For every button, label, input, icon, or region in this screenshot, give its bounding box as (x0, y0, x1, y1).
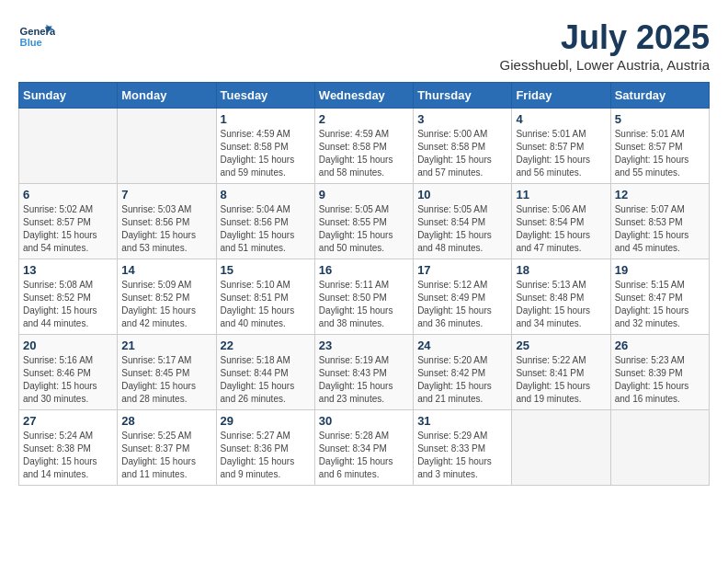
cell-content: Sunrise: 5:01 AMSunset: 8:57 PMDaylight:… (516, 128, 606, 179)
cell-content: Sunrise: 5:07 AMSunset: 8:53 PMDaylight:… (615, 203, 705, 255)
day-number: 27 (23, 414, 113, 428)
calendar-cell: 31Sunrise: 5:29 AMSunset: 8:33 PMDayligh… (414, 410, 512, 486)
calendar-cell: 28Sunrise: 5:25 AMSunset: 8:37 PMDayligh… (118, 410, 216, 486)
calendar-cell: 24Sunrise: 5:20 AMSunset: 8:42 PMDayligh… (414, 335, 512, 410)
day-number: 22 (221, 339, 311, 352)
day-number: 10 (417, 188, 507, 201)
location-title: Giesshuebl, Lower Austria, Austria (500, 57, 710, 73)
cell-content: Sunrise: 5:17 AMSunset: 8:45 PMDaylight:… (121, 354, 211, 406)
cell-content: Sunrise: 5:18 AMSunset: 8:44 PMDaylight:… (221, 354, 311, 406)
day-number: 31 (417, 414, 507, 428)
calendar-cell: 10Sunrise: 5:05 AMSunset: 8:54 PMDayligh… (414, 184, 512, 259)
weekday-header-tuesday: Tuesday (216, 83, 314, 109)
day-number: 26 (615, 339, 705, 352)
weekday-header-saturday: Saturday (610, 83, 709, 109)
calendar-cell: 13Sunrise: 5:08 AMSunset: 8:52 PMDayligh… (19, 259, 118, 335)
calendar-cell: 23Sunrise: 5:19 AMSunset: 8:43 PMDayligh… (314, 335, 413, 410)
weekday-header-row: SundayMondayTuesdayWednesdayThursdayFrid… (19, 83, 710, 109)
calendar-cell: 18Sunrise: 5:13 AMSunset: 8:48 PMDayligh… (512, 259, 610, 335)
cell-content: Sunrise: 5:19 AMSunset: 8:43 PMDaylight:… (319, 354, 409, 406)
calendar-week-2: 6Sunrise: 5:02 AMSunset: 8:57 PMDaylight… (19, 184, 710, 259)
calendar-cell: 12Sunrise: 5:07 AMSunset: 8:53 PMDayligh… (610, 184, 709, 259)
cell-content: Sunrise: 5:00 AMSunset: 8:58 PMDaylight:… (417, 128, 507, 179)
calendar-cell: 7Sunrise: 5:03 AMSunset: 8:56 PMDaylight… (118, 184, 216, 259)
calendar-cell: 25Sunrise: 5:22 AMSunset: 8:41 PMDayligh… (512, 335, 610, 410)
calendar-week-1: 1Sunrise: 4:59 AMSunset: 8:58 PMDaylight… (19, 109, 710, 184)
calendar-cell: 1Sunrise: 4:59 AMSunset: 8:58 PMDaylight… (216, 109, 314, 184)
cell-content: Sunrise: 5:13 AMSunset: 8:48 PMDaylight:… (516, 279, 606, 330)
calendar-cell: 2Sunrise: 4:59 AMSunset: 8:58 PMDaylight… (314, 109, 413, 184)
day-number: 18 (516, 263, 606, 277)
calendar-cell: 30Sunrise: 5:28 AMSunset: 8:34 PMDayligh… (314, 410, 413, 486)
day-number: 14 (121, 263, 211, 277)
calendar-cell (19, 109, 118, 184)
day-number: 20 (23, 339, 113, 352)
day-number: 11 (516, 188, 606, 201)
calendar-cell: 16Sunrise: 5:11 AMSunset: 8:50 PMDayligh… (314, 259, 413, 335)
weekday-header-friday: Friday (512, 83, 610, 109)
day-number: 24 (417, 339, 507, 352)
cell-content: Sunrise: 5:12 AMSunset: 8:49 PMDaylight:… (417, 279, 507, 330)
day-number: 21 (121, 339, 211, 352)
cell-content: Sunrise: 5:11 AMSunset: 8:50 PMDaylight:… (319, 279, 409, 330)
calendar-cell: 26Sunrise: 5:23 AMSunset: 8:39 PMDayligh… (610, 335, 709, 410)
cell-content: Sunrise: 5:04 AMSunset: 8:56 PMDaylight:… (221, 203, 311, 255)
calendar-cell: 15Sunrise: 5:10 AMSunset: 8:51 PMDayligh… (216, 259, 314, 335)
calendar-cell: 4Sunrise: 5:01 AMSunset: 8:57 PMDaylight… (512, 109, 610, 184)
day-number: 8 (221, 188, 311, 201)
calendar-cell: 21Sunrise: 5:17 AMSunset: 8:45 PMDayligh… (118, 335, 216, 410)
svg-text:Blue: Blue (20, 37, 42, 48)
calendar-week-5: 27Sunrise: 5:24 AMSunset: 8:38 PMDayligh… (19, 410, 710, 486)
day-number: 17 (417, 263, 507, 277)
cell-content: Sunrise: 5:01 AMSunset: 8:57 PMDaylight:… (615, 128, 705, 179)
day-number: 9 (319, 188, 409, 201)
calendar-cell (118, 109, 216, 184)
cell-content: Sunrise: 5:24 AMSunset: 8:38 PMDaylight:… (23, 430, 113, 481)
logo: General Blue (18, 18, 55, 55)
calendar-cell (610, 410, 709, 486)
day-number: 12 (615, 188, 705, 201)
title-section: July 2025 Giesshuebl, Lower Austria, Aus… (500, 18, 710, 73)
calendar-week-3: 13Sunrise: 5:08 AMSunset: 8:52 PMDayligh… (19, 259, 710, 335)
day-number: 1 (221, 112, 311, 126)
cell-content: Sunrise: 5:03 AMSunset: 8:56 PMDaylight:… (121, 203, 211, 255)
day-number: 30 (319, 414, 409, 428)
month-title: July 2025 (500, 18, 710, 57)
day-number: 7 (121, 188, 211, 201)
day-number: 5 (615, 112, 705, 126)
logo-icon: General Blue (18, 18, 55, 55)
day-number: 19 (615, 263, 705, 277)
weekday-header-thursday: Thursday (414, 83, 512, 109)
cell-content: Sunrise: 5:20 AMSunset: 8:42 PMDaylight:… (417, 354, 507, 406)
cell-content: Sunrise: 5:06 AMSunset: 8:54 PMDaylight:… (516, 203, 606, 255)
cell-content: Sunrise: 5:29 AMSunset: 8:33 PMDaylight:… (417, 430, 507, 481)
calendar-table: SundayMondayTuesdayWednesdayThursdayFrid… (18, 82, 710, 486)
calendar-cell: 5Sunrise: 5:01 AMSunset: 8:57 PMDaylight… (610, 109, 709, 184)
weekday-header-wednesday: Wednesday (314, 83, 413, 109)
cell-content: Sunrise: 4:59 AMSunset: 8:58 PMDaylight:… (319, 128, 409, 179)
calendar-cell (512, 410, 610, 486)
day-number: 3 (417, 112, 507, 126)
calendar-cell: 6Sunrise: 5:02 AMSunset: 8:57 PMDaylight… (19, 184, 118, 259)
calendar-cell: 27Sunrise: 5:24 AMSunset: 8:38 PMDayligh… (19, 410, 118, 486)
weekday-header-sunday: Sunday (19, 83, 118, 109)
calendar-week-4: 20Sunrise: 5:16 AMSunset: 8:46 PMDayligh… (19, 335, 710, 410)
day-number: 13 (23, 263, 113, 277)
day-number: 2 (319, 112, 409, 126)
calendar-cell: 3Sunrise: 5:00 AMSunset: 8:58 PMDaylight… (414, 109, 512, 184)
day-number: 28 (121, 414, 211, 428)
cell-content: Sunrise: 5:10 AMSunset: 8:51 PMDaylight:… (221, 279, 311, 330)
calendar-cell: 17Sunrise: 5:12 AMSunset: 8:49 PMDayligh… (414, 259, 512, 335)
cell-content: Sunrise: 5:25 AMSunset: 8:37 PMDaylight:… (121, 430, 211, 481)
calendar-cell: 11Sunrise: 5:06 AMSunset: 8:54 PMDayligh… (512, 184, 610, 259)
cell-content: Sunrise: 5:28 AMSunset: 8:34 PMDaylight:… (319, 430, 409, 481)
day-number: 16 (319, 263, 409, 277)
calendar-cell: 14Sunrise: 5:09 AMSunset: 8:52 PMDayligh… (118, 259, 216, 335)
day-number: 25 (516, 339, 606, 352)
calendar-cell: 19Sunrise: 5:15 AMSunset: 8:47 PMDayligh… (610, 259, 709, 335)
day-number: 29 (221, 414, 311, 428)
weekday-header-monday: Monday (118, 83, 216, 109)
calendar-cell: 29Sunrise: 5:27 AMSunset: 8:36 PMDayligh… (216, 410, 314, 486)
day-number: 15 (221, 263, 311, 277)
cell-content: Sunrise: 5:09 AMSunset: 8:52 PMDaylight:… (121, 279, 211, 330)
